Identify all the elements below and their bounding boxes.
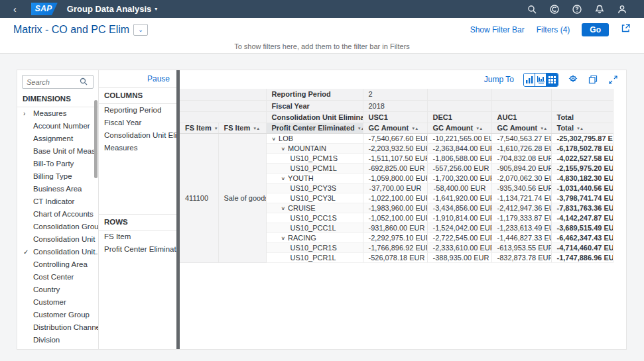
dimension-item[interactable]: Customer <box>17 296 98 309</box>
gc-amount-cell[interactable]: -2,333,610.00 EUR <box>427 242 491 252</box>
gc-amount-cell[interactable]: -37,700.00 EUR <box>363 183 427 193</box>
search-input[interactable] <box>27 78 80 86</box>
column-item[interactable]: Consolidation Unit Elim... <box>99 129 176 142</box>
hierarchy-cell[interactable]: ∨MOUNTAIN <box>266 143 363 153</box>
total-amount-cell[interactable]: -4,142,247.87 EUR <box>551 213 613 223</box>
collapse-icon[interactable]: ∨ <box>272 136 277 142</box>
hierarchy-cell[interactable]: US10_PCC1S <box>266 213 363 223</box>
dimension-item[interactable]: ✓Consolidation Unit... <box>17 246 98 258</box>
hierarchy-cell[interactable]: US10_PCM1S <box>266 153 363 163</box>
pause-button[interactable]: Pause <box>147 74 170 83</box>
dimension-item[interactable]: Consolidation Unit <box>17 233 98 246</box>
gc-amount-cell[interactable]: -2,070,062.30 EUR <box>491 173 551 183</box>
collapse-icon[interactable]: ∨ <box>281 176 286 181</box>
total-amount-cell[interactable]: -7,831,763.36 EUR <box>551 203 613 213</box>
dimension-item[interactable]: Business Area <box>17 183 98 195</box>
gc-amount-cell[interactable]: -1,059,800.00 EUR <box>363 173 427 183</box>
gc-amount-cell[interactable]: -7,540,563.27 EUR <box>491 133 551 143</box>
go-button[interactable]: Go <box>582 23 609 36</box>
gc-amount-cell[interactable]: -832,873.78 EUR <box>491 252 551 262</box>
gc-amount-cell[interactable]: -10,221,565.00 EUR <box>427 133 491 143</box>
copy-export-icon[interactable] <box>588 74 598 85</box>
dimension-search[interactable] <box>22 75 94 89</box>
gc-amount-cell[interactable]: -1,983,960.00 EUR <box>363 203 427 213</box>
total-amount-cell[interactable]: -6,462,347.43 EUR <box>551 232 613 242</box>
gc-amount-cell[interactable]: -2,292,975.10 EUR <box>363 232 427 242</box>
gc-amount-cell[interactable]: -1,233,613.49 EUR <box>491 223 551 232</box>
share-icon[interactable] <box>621 23 631 36</box>
hierarchy-cell[interactable]: ∨LOB <box>266 133 363 143</box>
user-icon[interactable] <box>617 4 627 14</box>
total-amount-cell[interactable]: -2,155,975.20 EUR <box>551 163 613 173</box>
total-amount-cell[interactable]: -4,714,460.47 EUR <box>551 242 613 252</box>
gc-amount-cell[interactable]: -7,540,667.60 EUR <box>363 133 427 143</box>
gc-amount-cell[interactable]: -1,179,333.87 EUR <box>491 213 551 223</box>
hierarchy-cell[interactable]: ∨RACING <box>266 232 363 242</box>
gc-amount-cell[interactable]: -1,524,042.00 EUR <box>427 223 491 232</box>
gc-amount-cell[interactable]: -388,935.00 EUR <box>427 252 491 262</box>
settings-gear-icon[interactable] <box>568 74 578 85</box>
column-chart-view-button[interactable] <box>535 74 547 86</box>
collapse-icon[interactable]: ∨ <box>281 236 286 241</box>
gc-amount-cell[interactable]: -1,511,107.50 EUR <box>363 153 427 163</box>
gc-amount-cell[interactable]: -613,953.55 EUR <box>491 242 551 252</box>
dimension-item[interactable]: Country <box>17 284 98 296</box>
total-amount-cell[interactable]: -4,830,182.30 EUR <box>551 173 613 183</box>
gc-amount-cell[interactable]: -1,022,100.00 EUR <box>363 193 427 203</box>
dimension-item[interactable]: Distribution Channel <box>17 321 98 334</box>
gc-amount-cell[interactable]: -2,363,844.00 EUR <box>427 143 491 153</box>
app-title-menu[interactable]: Group Data Analysis ▾ <box>67 4 157 14</box>
bell-icon[interactable] <box>594 4 604 14</box>
hierarchy-cell[interactable]: US10_PCM1L <box>266 163 363 173</box>
hierarchy-cell[interactable]: ∨CRUISE <box>266 203 363 213</box>
dimension-item[interactable]: CT Indicator <box>17 195 98 208</box>
search-icon[interactable] <box>527 4 537 14</box>
dimension-item[interactable]: Cost Center <box>17 271 98 284</box>
gc-amount-cell[interactable]: -1,700,320.00 EUR <box>427 173 491 183</box>
dimension-item[interactable]: Billing Type <box>17 170 98 183</box>
gc-amount-cell[interactable]: -1,446,827.33 EUR <box>491 232 551 242</box>
hierarchy-cell[interactable]: US10_PCY3S <box>266 183 363 193</box>
gc-amount-cell[interactable]: -1,052,100.00 EUR <box>363 213 427 223</box>
gc-amount-cell[interactable]: -3,434,856.00 EUR <box>427 203 491 213</box>
column-item[interactable]: Reporting Period <box>99 104 176 117</box>
total-amount-cell[interactable]: -25,302,795.87 EUR <box>551 133 613 143</box>
gc-amount-cell[interactable]: -931,860.00 EUR <box>363 223 427 232</box>
gc-amount-cell[interactable]: -1,806,588.00 EUR <box>427 153 491 163</box>
show-filter-bar-link[interactable]: Show Filter Bar <box>470 25 525 34</box>
hierarchy-cell[interactable]: US10_PCR1S <box>266 242 363 252</box>
total-amount-cell[interactable]: -4,022,527.58 EUR <box>551 153 613 163</box>
gc-amount-cell[interactable]: -1,134,721.74 EUR <box>491 193 551 203</box>
gc-amount-cell[interactable]: -1,766,896.92 EUR <box>363 242 427 252</box>
column-header[interactable]: FS Item▼ <box>180 123 218 133</box>
dimension-item[interactable]: Controlling Area <box>17 258 98 271</box>
total-amount-cell[interactable]: -3,798,741.74 EUR <box>551 193 613 203</box>
dimension-item[interactable]: Bill-To Party <box>17 158 98 170</box>
gc-amount-cell[interactable]: -2,412,947.36 EUR <box>491 203 551 213</box>
column-header[interactable]: GC Amount▼▲ <box>427 123 491 133</box>
hierarchy-cell[interactable]: US10_PCC1L <box>266 223 363 232</box>
variant-select-button[interactable]: ⌄ <box>133 24 148 36</box>
column-header[interactable]: Total▼▲ <box>551 123 613 133</box>
gc-amount-cell[interactable]: -1,910,814.00 EUR <box>427 213 491 223</box>
dimension-item[interactable]: Customer Group <box>17 309 98 321</box>
hierarchy-cell[interactable]: US10_PCY3L <box>266 193 363 203</box>
dimension-item[interactable]: Assignment <box>17 132 98 145</box>
dimension-item[interactable]: Base Unit of Meas... <box>17 145 98 158</box>
gc-amount-cell[interactable]: -1,610,726.28 EUR <box>491 143 551 153</box>
grid-view-button[interactable] <box>547 74 558 86</box>
total-amount-cell[interactable]: -3,689,515.49 EUR <box>551 223 613 232</box>
gc-amount-cell[interactable]: -2,203,932.50 EUR <box>363 143 427 153</box>
gc-amount-cell[interactable]: -905,894.20 EUR <box>491 163 551 173</box>
search-icon[interactable] <box>80 76 88 88</box>
total-amount-cell[interactable]: -6,178,502.78 EUR <box>551 143 613 153</box>
column-item[interactable]: Measures <box>99 142 176 154</box>
dimension-item[interactable]: Chart of Accounts <box>17 208 98 221</box>
gc-amount-cell[interactable]: -935,340.56 EUR <box>491 183 551 193</box>
row-item[interactable]: Profit Center Eliminated <box>99 243 176 256</box>
column-header[interactable]: FS Item▼▲ <box>218 123 266 133</box>
hierarchy-cell[interactable]: US10_PCR1L <box>266 252 363 262</box>
column-header[interactable]: GC Amount▼▲ <box>363 123 427 133</box>
gc-amount-cell[interactable]: -58,400.00 EUR <box>427 183 491 193</box>
dimension-item[interactable]: Consolidation Group <box>17 221 98 233</box>
